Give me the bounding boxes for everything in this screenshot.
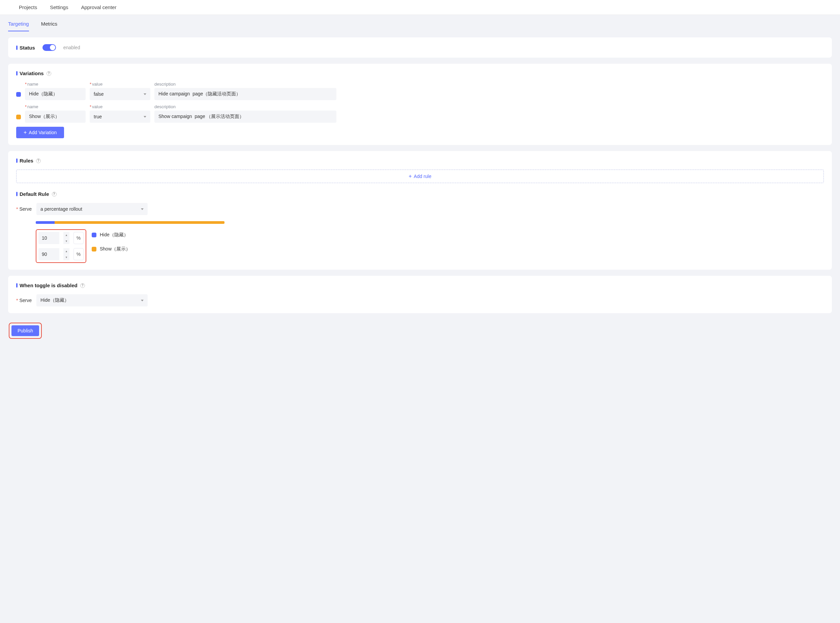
section-title-default-rule: Default Rule ? (16, 191, 824, 197)
status-text: enabled (63, 45, 80, 50)
serve-label: *Serve (16, 298, 32, 303)
status-toggle[interactable] (43, 44, 56, 51)
field-label-name: *name (25, 104, 86, 109)
rollout-section: ▲▼ % ▲▼ % Hide（隐藏） (36, 221, 824, 263)
section-title-variations: Variations ? (16, 71, 824, 76)
section-title-disabled: When toggle is disabled ? (16, 282, 824, 288)
help-icon[interactable]: ? (80, 283, 85, 288)
serve-value-text: a percentage rollout (40, 206, 82, 212)
nav-approval-center[interactable]: Approval center (81, 5, 116, 10)
rollout-bar-segment (55, 221, 224, 224)
add-variation-button[interactable]: + Add Variation (16, 127, 64, 138)
tabs: Targeting Metrics (0, 15, 840, 31)
nav-projects[interactable]: Projects (19, 5, 37, 10)
rollout-percent-input[interactable] (38, 248, 59, 260)
variation-name-input[interactable] (25, 110, 86, 123)
variation-name-input[interactable] (25, 88, 86, 100)
rules-card: Rules ? + Add rule Default Rule ? *Serve… (8, 151, 832, 270)
plus-icon: + (24, 130, 27, 135)
tab-metrics[interactable]: Metrics (41, 21, 57, 31)
rollout-variation-label: Show（展示） (92, 246, 130, 252)
disabled-serve-value: Hide（隐藏） (40, 297, 69, 304)
disabled-serve-select[interactable]: Hide（隐藏） (37, 294, 148, 307)
variations-card: Variations ? *name *value false (8, 64, 832, 145)
variation-swatch (92, 247, 97, 252)
percent-unit: % (74, 232, 84, 244)
chevron-down-icon (141, 300, 144, 301)
add-rule-label: Add rule (414, 173, 431, 179)
rollout-bar-segment (36, 221, 55, 224)
rollout-bar (36, 221, 224, 224)
percent-unit: % (74, 248, 84, 260)
field-label-name: *name (25, 81, 86, 87)
section-title-status: Status (16, 45, 35, 51)
variation-value-select[interactable]: true (90, 110, 150, 123)
number-stepper[interactable]: ▲▼ (63, 248, 69, 260)
tab-targeting[interactable]: Targeting (8, 21, 29, 31)
field-label-description: description (154, 81, 336, 87)
rollout-label-text: Show（展示） (100, 246, 130, 252)
field-label-description: description (154, 104, 336, 109)
rollout-variation-label: Hide（隐藏） (92, 232, 130, 238)
publish-highlight: Publish (9, 323, 42, 339)
rules-title-text: Rules (20, 158, 34, 164)
help-icon[interactable]: ? (36, 158, 41, 163)
serve-label: *Serve (16, 206, 32, 212)
plus-icon: + (409, 173, 412, 179)
chevron-down-icon[interactable]: ▼ (63, 238, 69, 244)
status-card: Status enabled (8, 37, 832, 58)
variation-swatch (16, 115, 21, 119)
rollout-percent-row: ▲▼ % (38, 232, 84, 244)
field-label-value: *value (90, 81, 150, 87)
chevron-up-icon[interactable]: ▲ (63, 248, 69, 254)
disabled-title-text: When toggle is disabled (20, 282, 78, 288)
add-rule-button[interactable]: + Add rule (16, 170, 824, 183)
nav-settings[interactable]: Settings (50, 5, 68, 10)
field-label-value: *value (90, 104, 150, 109)
variation-value-text: false (94, 91, 104, 97)
disabled-card: When toggle is disabled ? *Serve Hide（隐藏… (8, 276, 832, 313)
rollout-percent-input[interactable] (38, 232, 59, 244)
help-icon[interactable]: ? (52, 192, 57, 196)
rollout-percent-row: ▲▼ % (38, 248, 84, 260)
chevron-down-icon (144, 94, 146, 95)
variations-title-text: Variations (20, 71, 44, 76)
publish-button[interactable]: Publish (11, 325, 39, 336)
variation-value-text: true (94, 114, 102, 119)
add-variation-label: Add Variation (29, 130, 57, 135)
help-icon[interactable]: ? (46, 71, 51, 76)
default-rule-title-text: Default Rule (20, 191, 49, 197)
number-stepper[interactable]: ▲▼ (63, 232, 69, 244)
variation-value-select[interactable]: false (90, 88, 150, 100)
chevron-down-icon[interactable]: ▼ (63, 254, 69, 260)
chevron-up-icon[interactable]: ▲ (63, 232, 69, 238)
serve-select[interactable]: a percentage rollout (37, 203, 148, 215)
rollout-percent-group: ▲▼ % ▲▼ % (36, 229, 86, 263)
variation-row: *name *value false description (16, 81, 824, 100)
section-title-rules: Rules ? (16, 158, 824, 164)
rollout-label-text: Hide（隐藏） (100, 232, 129, 238)
variation-row: *name *value true description (16, 104, 824, 123)
variation-description-input[interactable] (154, 110, 336, 123)
variation-description-input[interactable] (154, 88, 336, 100)
chevron-down-icon (141, 208, 144, 210)
variation-swatch (16, 92, 21, 97)
variation-swatch (92, 233, 97, 237)
chevron-down-icon (144, 116, 146, 118)
top-nav: Projects Settings Approval center (0, 0, 840, 15)
